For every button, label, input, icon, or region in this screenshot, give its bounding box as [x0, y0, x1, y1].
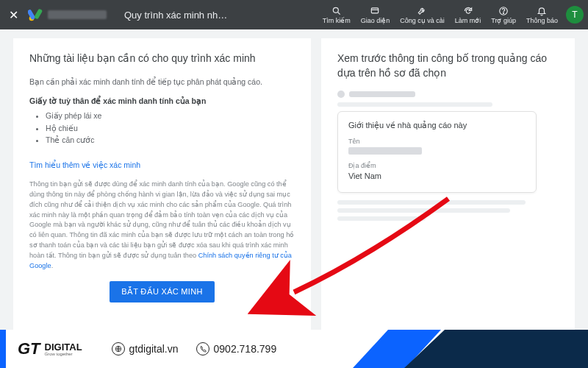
footer-contact: gtdigital.vn 0902.718.799	[112, 342, 277, 355]
toolbar-help[interactable]: Trợ giúp	[486, 6, 521, 24]
list-item: Thẻ căn cước	[46, 134, 295, 146]
footer-phone[interactable]: 0902.718.799	[196, 342, 277, 355]
brand-footer: GT DIGITAL Grow together gtdigital.vn 09…	[0, 330, 588, 368]
globe-icon	[112, 342, 125, 355]
disclosure-preview-card: Xem trước thông tin công bố trong quảng …	[321, 38, 575, 331]
learn-more-link[interactable]: Tìm hiểu thêm về việc xác minh	[29, 160, 140, 169]
footer-decoration	[338, 330, 588, 368]
logo-mark: GT	[18, 339, 40, 358]
preview-line	[337, 200, 526, 205]
documents-list: Giấy phép lái xe Hộ chiếu Thẻ căn cước	[29, 110, 295, 146]
popup-title: Giới thiệu về nhà quảng cáo này	[348, 121, 526, 130]
help-icon	[498, 6, 509, 16]
gt-digital-logo: GT DIGITAL Grow together	[18, 339, 82, 358]
svg-rect-2	[34, 8, 43, 19]
toolbar-search-label: Tìm kiếm	[323, 18, 351, 24]
svg-line-4	[337, 12, 340, 14]
logo-tagline: Grow together	[45, 352, 82, 356]
account-name-redacted	[48, 10, 107, 19]
preview-favicon-placeholder	[337, 91, 345, 98]
privacy-fine-print: Thông tin bạn gửi sẽ được dùng để xác mi…	[29, 180, 295, 271]
start-verification-button[interactable]: BẮT ĐẦU XÁC MINH	[110, 281, 214, 302]
location-label: Địa điểm	[348, 162, 526, 169]
footer-accent-bar	[0, 330, 6, 368]
ad-preview-header	[337, 91, 559, 98]
left-heading: Những tài liệu bạn cần có cho quy trình …	[29, 52, 295, 66]
right-heading: Xem trước thông tin công bố trong quảng …	[337, 52, 559, 80]
appearance-icon	[370, 6, 380, 16]
toolbar-notifications[interactable]: Thông báo	[521, 6, 563, 24]
left-requirement-text: Bạn cần phải xác minh danh tính để tiếp …	[29, 77, 295, 88]
phone-text: 0902.718.799	[214, 343, 277, 355]
list-item: Giấy phép lái xe	[46, 110, 295, 121]
preview-line	[337, 208, 510, 213]
footer-website[interactable]: gtdigital.vn	[112, 342, 179, 355]
wrench-icon	[417, 6, 427, 16]
toolbar-notifications-label: Thông báo	[526, 18, 558, 24]
toolbar-appearance-label: Giao diện	[361, 18, 390, 24]
toolbar-refresh[interactable]: Làm mới	[450, 6, 487, 24]
google-ads-logo-icon	[27, 7, 43, 23]
svg-rect-1	[28, 9, 35, 20]
preview-url-placeholder	[349, 91, 415, 97]
website-text: gtdigital.vn	[129, 343, 179, 355]
refresh-icon	[463, 6, 473, 16]
toolbar-help-label: Trợ giúp	[491, 18, 516, 24]
app-topbar: ✕ Quy trình xác minh nhà q… Tìm kiếm Gia…	[0, 0, 588, 29]
list-item: Hộ chiếu	[46, 122, 295, 134]
main-content: Những tài liệu bạn cần có cho quy trình …	[0, 29, 588, 331]
svg-point-3	[333, 7, 338, 13]
close-icon[interactable]: ✕	[4, 8, 23, 22]
svg-rect-5	[372, 7, 379, 13]
toolbar-tools-settings[interactable]: Công cụ và cài	[395, 6, 450, 24]
advertiser-name-redacted	[348, 147, 422, 155]
documents-title: Giấy tờ tuỳ thân để xác minh danh tính c…	[29, 96, 295, 105]
toolbar-refresh-label: Làm mới	[455, 18, 481, 24]
page-title: Quy trình xác minh nhà q…	[124, 10, 231, 21]
toolbar-search[interactable]: Tìm kiếm	[318, 6, 356, 24]
advertiser-info-popup: Giới thiệu về nhà quảng cáo này Tên Địa …	[337, 111, 537, 193]
search-icon	[331, 6, 342, 16]
fine-print-text: Thông tin bạn gửi sẽ được dùng để xác mi…	[29, 180, 294, 259]
verification-requirements-card: Những tài liệu bạn cần có cho quy trình …	[13, 38, 311, 331]
phone-icon	[196, 342, 209, 355]
preview-line	[337, 102, 492, 107]
preview-line	[337, 216, 426, 221]
svg-point-8	[503, 13, 504, 13]
logo-text: DIGITAL	[45, 342, 82, 352]
location-value: Viet Nam	[348, 171, 526, 180]
user-avatar[interactable]: T	[566, 6, 584, 24]
toolbar-tools-label: Công cụ và cài	[400, 18, 445, 24]
name-label: Tên	[348, 138, 526, 145]
bell-icon	[537, 6, 547, 16]
toolbar-appearance[interactable]: Giao diện	[356, 6, 395, 24]
